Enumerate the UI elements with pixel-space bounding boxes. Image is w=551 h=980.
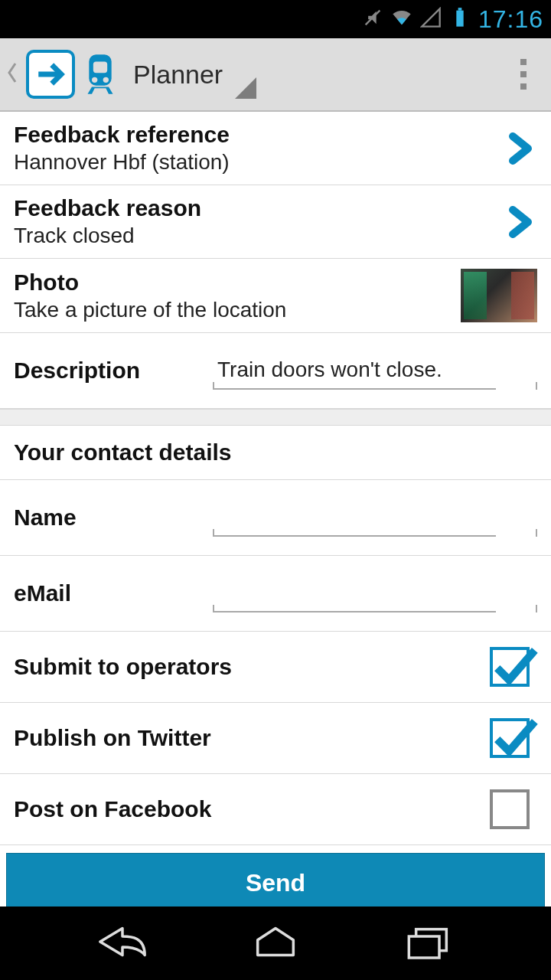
navigation-bar: [0, 906, 551, 980]
send-button-label: Send: [246, 869, 305, 897]
svg-rect-2: [458, 8, 462, 10]
post-facebook-checkbox[interactable]: [490, 789, 530, 829]
home-button[interactable]: [249, 923, 302, 964]
up-caret-icon[interactable]: [6, 57, 20, 92]
publish-twitter-checkbox[interactable]: [490, 718, 530, 758]
chevron-right-icon: [500, 204, 537, 240]
feedback-reason-row[interactable]: Feedback reason Track closed: [0, 185, 551, 259]
spinner-indicator-icon[interactable]: [235, 77, 256, 102]
name-label: Name: [14, 505, 213, 531]
description-input[interactable]: [213, 351, 496, 390]
svg-point-6: [92, 77, 97, 83]
status-bar: 17:16: [0, 0, 551, 38]
photo-thumbnail[interactable]: [461, 269, 537, 322]
post-facebook-label: Post on Facebook: [14, 796, 490, 822]
description-label: Description: [14, 358, 213, 384]
signal-icon: [420, 7, 442, 31]
app-logo-icon[interactable]: [26, 50, 75, 99]
post-facebook-row[interactable]: Post on Facebook: [0, 774, 551, 845]
photo-row[interactable]: Photo Take a picture of the location: [0, 259, 551, 333]
battery-icon: [449, 7, 471, 31]
back-button[interactable]: [96, 923, 149, 964]
action-bar-title: Planner: [133, 60, 223, 90]
section-divider: [0, 409, 551, 426]
svg-rect-1: [456, 11, 463, 27]
chevron-right-icon: [500, 130, 537, 167]
feedback-reason-value: Track closed: [14, 224, 500, 248]
email-row: eMail: [0, 556, 551, 632]
submit-operators-checkbox[interactable]: [490, 647, 530, 687]
overflow-menu-icon[interactable]: [508, 51, 539, 97]
photo-title: Photo: [14, 270, 461, 296]
mute-icon: [362, 7, 383, 31]
photo-subtitle: Take a picture of the location: [14, 298, 461, 322]
svg-point-7: [103, 77, 109, 83]
submit-operators-row[interactable]: Submit to operators: [0, 632, 551, 703]
svg-line-0: [366, 11, 380, 25]
feedback-reference-title: Feedback reference: [14, 122, 500, 148]
svg-rect-5: [93, 62, 107, 74]
status-clock: 17:16: [478, 5, 543, 34]
contact-header: Your contact details: [0, 426, 551, 480]
feedback-reference-value: Hannover Hbf (station): [14, 150, 500, 175]
feedback-form: Feedback reference Hannover Hbf (station…: [0, 112, 551, 906]
action-bar: Planner: [0, 38, 551, 112]
description-row: Description: [0, 333, 551, 409]
svg-rect-9: [409, 936, 439, 958]
train-icon[interactable]: [81, 50, 119, 99]
wifi-icon: [391, 7, 412, 31]
email-input[interactable]: [213, 574, 496, 612]
publish-twitter-label: Publish on Twitter: [14, 725, 490, 751]
name-input[interactable]: [213, 498, 496, 537]
feedback-reference-row[interactable]: Feedback reference Hannover Hbf (station…: [0, 112, 551, 185]
name-row: Name: [0, 480, 551, 556]
recent-apps-button[interactable]: [402, 923, 455, 964]
email-label: eMail: [14, 580, 213, 606]
send-button[interactable]: Send: [6, 853, 545, 906]
submit-operators-label: Submit to operators: [14, 654, 490, 680]
feedback-reason-title: Feedback reason: [14, 195, 500, 221]
publish-twitter-row[interactable]: Publish on Twitter: [0, 703, 551, 774]
